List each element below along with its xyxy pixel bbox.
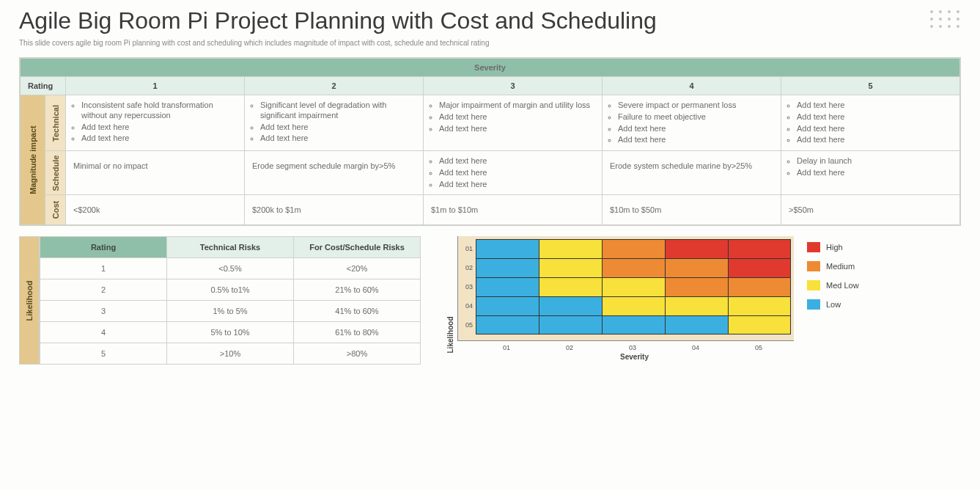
heatmap-wrap: Likelihood 0102030405 0102030405 Severit…: [443, 236, 859, 361]
sev-cell: Major impairment of margin and utility l…: [424, 95, 603, 151]
heatmap-xtick: 02: [538, 341, 601, 351]
sev-cell: $200k to $1m: [245, 195, 424, 225]
legend-swatch: [807, 299, 820, 310]
sev-col-5: 5: [781, 77, 960, 95]
sev-col-3: 3: [424, 77, 603, 95]
heatmap-cell: [665, 296, 728, 315]
like-row: 1<0.5%<20%: [40, 258, 421, 279]
heatmap-xtick: 05: [727, 341, 790, 351]
like-cell: <0.5%: [167, 258, 294, 279]
sev-col-4: 4: [603, 77, 781, 95]
heatmap-cell: [476, 315, 539, 334]
heatmap-row: 05: [458, 315, 791, 334]
heatmap-xlabel: Severity: [475, 353, 794, 361]
heatmap-xtick: 01: [475, 341, 538, 351]
sev-row-schedule: ScheduleMinimal or no impactErode segmen…: [21, 151, 960, 195]
legend-label: Low: [826, 300, 841, 309]
heatmap-xtick: 04: [664, 341, 727, 351]
page-title: Agile Big Room Pi Project Planning with …: [19, 7, 961, 34]
sev-row-technical: Magnitude impactTechnicalInconsistent sa…: [21, 95, 960, 151]
heatmap-row: 04: [458, 296, 791, 315]
legend-item: Medium: [807, 261, 859, 271]
legend-label: High: [826, 243, 843, 252]
like-row: 45% to 10%61% to 80%: [40, 322, 421, 343]
heatmap-cell: [665, 239, 728, 258]
sev-cell: Minimal or no impact: [66, 151, 245, 195]
like-header: For Cost/Schedule Risks: [294, 237, 421, 258]
severity-header-row: Severity: [21, 59, 960, 77]
like-cell: 61% to 80%: [294, 322, 421, 343]
sev-cell: Inconsistent safe hold transformation wi…: [66, 95, 245, 151]
severity-rating-row: Rating 1 2 3 4 5: [21, 77, 960, 95]
like-cell: >10%: [167, 343, 294, 365]
legend-swatch: [807, 261, 820, 271]
legend-label: Medium: [826, 262, 855, 271]
sev-row-label: Schedule: [45, 151, 66, 195]
heatmap-cell: [539, 296, 602, 315]
legend-item: High: [807, 242, 859, 252]
like-cell: <20%: [294, 258, 421, 279]
heatmap-ytick: 03: [458, 283, 476, 290]
like-cell: 0.5% to1%: [167, 279, 294, 301]
heatmap-cell: [539, 239, 602, 258]
heatmap-cell: [476, 296, 539, 315]
like-header: Rating: [40, 237, 167, 258]
heatmap-cell: [728, 239, 791, 258]
sev-row-label: Cost: [45, 195, 66, 225]
legend-item: Low: [807, 299, 859, 310]
heatmap-cell: [602, 315, 665, 334]
sev-cell: Significant level of degradation with si…: [245, 95, 424, 151]
heatmap-cell: [728, 296, 791, 315]
severity-header: Severity: [21, 59, 960, 77]
like-cell: 2: [40, 279, 167, 301]
heatmap-cell: [476, 258, 539, 277]
like-cell: 4: [40, 322, 167, 343]
heatmap-ylabel: Likelihood: [443, 236, 457, 361]
like-cell: 1% to 5%: [167, 301, 294, 322]
like-cell: 41% to 60%: [294, 301, 421, 322]
heatmap-cell: [539, 258, 602, 277]
magnitude-impact-label: Magnitude impact: [21, 95, 45, 225]
like-cell: 5: [40, 343, 167, 365]
likelihood-vlabel: Likelihood: [19, 236, 40, 365]
legend-label: Med Low: [826, 281, 859, 290]
heatmap-cell: [602, 296, 665, 315]
heatmap-cell: [476, 239, 539, 258]
sev-cell: $1m to $10m: [424, 195, 603, 225]
severity-table: Severity Rating 1 2 3 4 5 Magnitude impa…: [19, 57, 961, 226]
sev-cell: <$200k: [66, 195, 245, 225]
heatmap-row: 03: [458, 277, 791, 296]
heatmap-xtick: 03: [601, 341, 664, 351]
page-subtitle: This slide covers agile big room Pi plan…: [19, 39, 961, 47]
like-row: 20.5% to1%21% to 60%: [40, 279, 421, 301]
heatmap-ytick: 01: [458, 245, 476, 252]
heatmap-cell: [728, 277, 791, 296]
heatmap-row: 02: [458, 258, 791, 277]
heatmap-cell: [539, 315, 602, 334]
sev-row-cost: Cost<$200k$200k to $1m$1m to $10m$10m to…: [21, 195, 960, 225]
likelihood-table-wrap: Likelihood RatingTechnical RisksFor Cost…: [19, 236, 421, 365]
sev-cell: Delay in launchAdd text here: [781, 151, 960, 195]
like-cell: >80%: [294, 343, 421, 365]
heatmap-ytick: 02: [458, 264, 476, 271]
like-row: 31% to 5%41% to 60%: [40, 301, 421, 322]
sev-cell: Severe impact or permanent lossFailure t…: [603, 95, 781, 151]
sev-cell: $10m to $50m: [603, 195, 781, 225]
rating-label: Rating: [21, 77, 66, 95]
like-row: 5>10%>80%: [40, 343, 421, 365]
heatmap-grid: 0102030405: [458, 239, 791, 334]
legend-item: Med Low: [807, 280, 859, 290]
heatmap-ytick: 05: [458, 321, 476, 329]
decorative-dots: [930, 10, 961, 28]
legend-swatch: [807, 242, 820, 252]
heatmap-cell: [728, 315, 791, 334]
heatmap-cell: [602, 239, 665, 258]
sev-cell: Erode system schedule marine by>25%: [603, 151, 781, 195]
like-cell: 3: [40, 301, 167, 322]
heatmap-cell: [665, 258, 728, 277]
heatmap-xticks: 0102030405: [475, 341, 794, 351]
heatmap-cell: [602, 277, 665, 296]
like-cell: 5% to 10%: [167, 322, 294, 343]
like-cell: 1: [40, 258, 167, 279]
heatmap-row: 01: [458, 239, 791, 258]
